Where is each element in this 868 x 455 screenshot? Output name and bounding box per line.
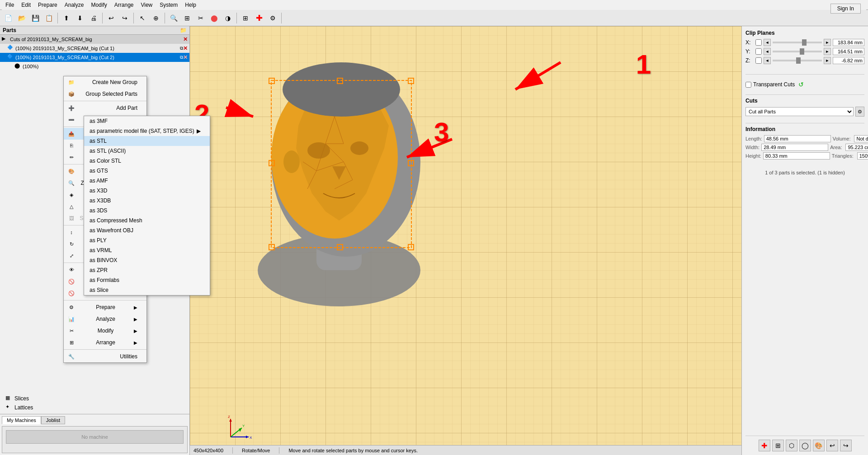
- zoomfit-button[interactable]: ⊞: [181, 12, 193, 24]
- ctx-arrange[interactable]: ⊞ Arrange ▶: [64, 337, 146, 348]
- tree-expand-2[interactable]: ⧉: [180, 55, 183, 60]
- rb-color-button[interactable]: 🎨: [813, 440, 825, 451]
- info-width-value[interactable]: [761, 144, 828, 151]
- cut-button[interactable]: ✂: [194, 12, 207, 24]
- clip-y-value[interactable]: [833, 48, 864, 55]
- rb-support-button[interactable]: ⬡: [786, 440, 797, 451]
- cuts-select[interactable]: Cut all Parts: [745, 107, 854, 116]
- menu-view[interactable]: View: [137, 1, 156, 9]
- clip-z-right[interactable]: ►: [824, 57, 831, 64]
- rb-redo-button[interactable]: ↪: [840, 440, 852, 451]
- select-button[interactable]: ↖: [136, 12, 149, 24]
- exp-x3db[interactable]: as X3DB: [84, 196, 210, 206]
- exp-ply[interactable]: as PLY: [84, 235, 210, 245]
- exp-vrml[interactable]: as VRML: [84, 245, 210, 255]
- import-button[interactable]: ⬆: [60, 12, 73, 24]
- rb-undo-button[interactable]: ↩: [826, 440, 838, 451]
- menu-analyze[interactable]: Analyze: [61, 1, 88, 9]
- exp-x3d[interactable]: as X3D: [84, 186, 210, 196]
- tab-mymachines[interactable]: My Machines: [2, 416, 41, 424]
- menu-help[interactable]: Help: [181, 1, 200, 9]
- view-area[interactable]: X Z Y 1 2 3: [190, 26, 741, 455]
- menu-prepare[interactable]: Prepare: [34, 1, 61, 9]
- tree-close-0[interactable]: ✕: [183, 36, 188, 42]
- ctx-add-part[interactable]: ➕ Add Part: [64, 102, 146, 114]
- selectall-button[interactable]: ⊕: [150, 12, 162, 24]
- ctx-group-selected[interactable]: 📦 Group Selected Parts: [64, 88, 146, 100]
- exp-color-stl[interactable]: as Color STL: [84, 156, 210, 166]
- exp-3ds[interactable]: as 3DS: [84, 206, 210, 216]
- print-button[interactable]: 🖨: [87, 12, 100, 24]
- transparent-cuts-checkbox[interactable]: [745, 82, 751, 88]
- menu-edit[interactable]: Edit: [18, 1, 34, 9]
- menu-system[interactable]: System: [156, 1, 181, 9]
- clip-y-right[interactable]: ►: [824, 48, 831, 55]
- ctx-create-group[interactable]: 📁 Create New Group: [64, 76, 146, 88]
- menu-arrange[interactable]: Arrange: [111, 1, 137, 9]
- info-area-value[interactable]: [845, 144, 868, 151]
- nav-slices[interactable]: ▦ Slices: [4, 394, 186, 403]
- exp-parametric[interactable]: as parametric model file (SAT, STEP, IGE…: [84, 126, 210, 136]
- clip-x-right[interactable]: ►: [824, 39, 831, 46]
- exp-stl[interactable]: as STL: [84, 136, 210, 146]
- exp-3mf[interactable]: as 3MF: [84, 116, 210, 126]
- render-button[interactable]: ◑: [222, 12, 234, 24]
- clip-x-left[interactable]: ◄: [764, 39, 771, 46]
- clip-y-checkbox[interactable]: [755, 48, 762, 55]
- info-volume-value[interactable]: [854, 135, 868, 142]
- clip-z-value[interactable]: [833, 57, 864, 64]
- clip-z-checkbox[interactable]: [755, 57, 762, 64]
- clip-y-left[interactable]: ◄: [764, 48, 771, 55]
- ctx-analyze[interactable]: 📊 Analyze ▶: [64, 313, 146, 325]
- exp-stl-ascii[interactable]: as STL (ASCII): [84, 146, 210, 156]
- sphere-button[interactable]: ⬤: [208, 12, 221, 24]
- exp-formlabs[interactable]: as Formlabs: [84, 275, 210, 285]
- tree-expand-1[interactable]: ⧉: [180, 46, 183, 51]
- tree-close-2[interactable]: ✕: [183, 54, 188, 61]
- exp-compressed[interactable]: as Compressed Mesh: [84, 216, 210, 225]
- saveas-button[interactable]: 📋: [42, 12, 55, 24]
- export-button[interactable]: ⬇: [74, 12, 86, 24]
- exp-binvox[interactable]: as BINVOX: [84, 255, 210, 265]
- refresh-button[interactable]: ↺: [797, 80, 806, 89]
- clip-y-track[interactable]: [773, 51, 822, 52]
- zoom-button[interactable]: 🔍: [167, 12, 180, 24]
- info-height-value[interactable]: [763, 152, 830, 159]
- rb-grid-button[interactable]: ⊞: [772, 440, 784, 451]
- exp-amf[interactable]: as AMF: [84, 176, 210, 186]
- rb-hollow-button[interactable]: ◯: [799, 440, 811, 451]
- machine-button[interactable]: ⚙: [266, 12, 279, 24]
- redo-button[interactable]: ↪: [118, 12, 131, 24]
- no-machine-button[interactable]: No machine: [6, 430, 184, 444]
- clip-x-checkbox[interactable]: [755, 39, 762, 46]
- cuts-settings-btn[interactable]: ⚙: [855, 107, 864, 117]
- tree-item-2[interactable]: 🔷 (100%) 20191013_My_SCREAM_big (Cut 2) …: [0, 53, 189, 62]
- exp-zpr[interactable]: as ZPR: [84, 265, 210, 275]
- grid-button[interactable]: ⊞: [239, 12, 252, 24]
- tree-close-1[interactable]: ✕: [183, 45, 188, 52]
- ctx-modify[interactable]: ✂ Modify ▶: [64, 325, 146, 337]
- clip-z-left[interactable]: ◄: [764, 57, 771, 64]
- signin-button[interactable]: Sign In: [830, 4, 861, 14]
- tree-item-3[interactable]: ⬤ (100%): [0, 62, 189, 71]
- clip-x-value[interactable]: [833, 39, 864, 46]
- plus-button[interactable]: ✚: [253, 12, 265, 24]
- tree-item-1[interactable]: 🔷 (100%) 20191013_My_SCREAM_big (Cut 1) …: [0, 44, 189, 53]
- tab-joblist[interactable]: Joblist: [41, 416, 65, 424]
- new-button[interactable]: 📄: [2, 12, 14, 24]
- menu-modify[interactable]: Modify: [87, 1, 110, 9]
- save-button[interactable]: 💾: [29, 12, 42, 24]
- tree-item-root[interactable]: ▶ Cuts of 20191013_My_SCREAM_big ✕: [0, 35, 189, 44]
- open-button[interactable]: 📂: [15, 12, 28, 24]
- info-length-value[interactable]: [764, 135, 831, 142]
- clip-x-track[interactable]: [773, 42, 822, 43]
- menu-file[interactable]: File: [2, 1, 18, 9]
- undo-button[interactable]: ↩: [105, 12, 118, 24]
- exp-slice[interactable]: as Slice: [84, 285, 210, 295]
- exp-obj[interactable]: as Wavefront OBJ: [84, 225, 210, 235]
- info-triangles-value[interactable]: [857, 152, 868, 159]
- nav-lattices[interactable]: ✦ Lattices: [4, 403, 186, 412]
- exp-gts[interactable]: as GTS: [84, 166, 210, 176]
- ctx-utilities[interactable]: 🔧 Utilities: [64, 351, 146, 362]
- panel-close-icon[interactable]: 📁: [180, 27, 187, 33]
